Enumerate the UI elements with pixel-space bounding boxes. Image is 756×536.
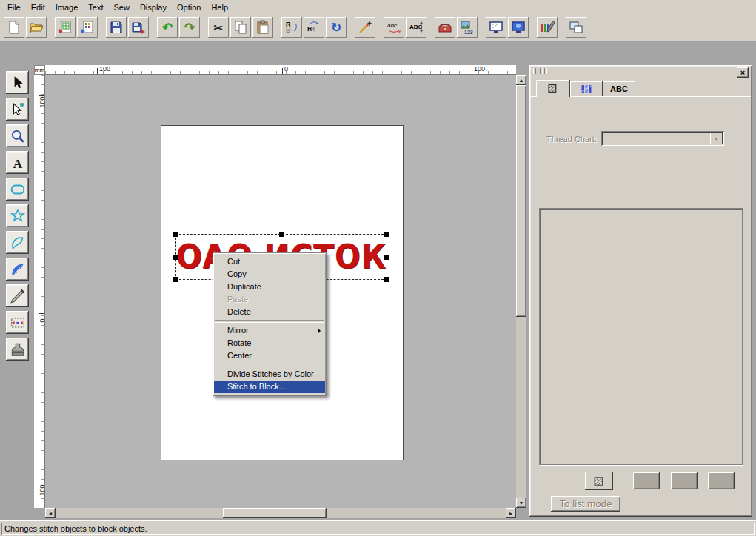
new-document-button[interactable]: [4, 17, 24, 38]
zoom-tool-button[interactable]: [6, 124, 29, 147]
stitch-preview-button[interactable]: [486, 17, 506, 38]
menu-sew[interactable]: Sew: [108, 1, 134, 13]
menu-text[interactable]: Text: [83, 1, 108, 13]
thread-needle-button[interactable]: [537, 17, 558, 38]
context-menu-item-cut[interactable]: Cut: [214, 255, 325, 268]
copy-button[interactable]: [230, 17, 251, 38]
text-attributes-button[interactable]: ABC: [406, 17, 426, 38]
save-to-card-button[interactable]: [128, 17, 149, 38]
select-tool-button[interactable]: [6, 71, 29, 94]
vertical-scrollbar[interactable]: ▲ ▼: [516, 75, 526, 508]
scroll-up-button[interactable]: ▲: [516, 75, 526, 85]
vertical-scroll-thumb[interactable]: [516, 85, 526, 317]
panel-drag-grip[interactable]: [533, 68, 551, 74]
context-menu-item-divide-stitches[interactable]: Divide Stitches by Color: [214, 368, 325, 381]
color-button-3[interactable]: [708, 472, 735, 489]
menu-image[interactable]: Image: [50, 1, 84, 13]
sewing-box-button[interactable]: [435, 17, 455, 38]
stamp-tool-button[interactable]: [6, 338, 29, 361]
selection-handle[interactable]: [279, 232, 284, 237]
thread-chart-dropdown[interactable]: ▼: [601, 131, 724, 146]
to-list-mode-button[interactable]: To list mode: [551, 496, 620, 512]
selection-handle[interactable]: [173, 255, 178, 260]
text-tool-button[interactable]: A: [6, 151, 29, 174]
menu-item-label: Duplicate: [227, 282, 261, 291]
svg-text:R: R: [310, 25, 315, 33]
tab-sewing-attributes[interactable]: [536, 80, 570, 97]
scroll-left-button[interactable]: ◄: [45, 508, 56, 518]
close-icon: ×: [740, 68, 745, 77]
scroll-right-button[interactable]: ►: [506, 508, 516, 518]
selection-handle[interactable]: [173, 232, 178, 237]
context-menu-item-paste[interactable]: Paste: [214, 293, 325, 306]
submenu-arrow-icon: [318, 328, 321, 334]
select-arrow-icon: [10, 75, 26, 91]
rotate-button[interactable]: ↻: [326, 17, 347, 38]
ruler-unit-box: mm: [34, 65, 45, 75]
menu-item-label: Divide Stitches by Color: [227, 369, 314, 378]
fit-text-to-path-button[interactable]: abc: [384, 17, 404, 38]
menu-item-label: Copy: [227, 269, 247, 278]
svg-text:123: 123: [464, 30, 473, 35]
scissors-icon: ✂: [214, 22, 224, 33]
context-menu-item-delete[interactable]: Delete: [214, 306, 325, 318]
horizontal-scrollbar[interactable]: ◄ ►: [45, 508, 516, 518]
context-menu-item-copy[interactable]: Copy: [214, 268, 325, 281]
sewing-attributes-icon: [547, 84, 559, 93]
arc-fill-tool-button[interactable]: [6, 258, 29, 281]
menu-item-label: Mirror: [227, 326, 249, 335]
import-design-icon: [58, 20, 73, 35]
screen-layout-button[interactable]: [566, 17, 586, 38]
star-shape-tool-button[interactable]: [6, 204, 29, 227]
outline-shape-tool-button[interactable]: [6, 178, 29, 201]
panel-close-button[interactable]: ×: [737, 67, 749, 78]
manual-punch-tool-button[interactable]: [6, 284, 29, 307]
color-button-2[interactable]: [671, 472, 698, 489]
context-menu-item-duplicate[interactable]: Duplicate: [214, 281, 325, 293]
frame-display-button[interactable]: [585, 472, 613, 490]
selection-handle[interactable]: [384, 277, 389, 282]
curve-shape-tool-button[interactable]: [6, 231, 29, 254]
paste-button[interactable]: [252, 17, 273, 38]
save-button[interactable]: [106, 17, 127, 38]
horizontal-scroll-thumb[interactable]: [223, 508, 327, 518]
svg-text:A: A: [13, 155, 22, 170]
design-property-button[interactable]: 123: [457, 17, 478, 38]
selection-handle[interactable]: [173, 277, 178, 282]
context-menu-item-center[interactable]: Center: [214, 349, 325, 362]
menu-file[interactable]: File: [2, 1, 26, 13]
selection-handle[interactable]: [384, 255, 389, 260]
copy-icon: [233, 20, 248, 35]
menu-edit[interactable]: Edit: [26, 1, 50, 13]
flip-vertical-button[interactable]: RR: [281, 17, 302, 38]
thread-list-area[interactable]: [539, 208, 743, 465]
import-from-card-button[interactable]: [77, 17, 98, 38]
selection-handle[interactable]: [384, 232, 389, 237]
magic-wand-button[interactable]: [355, 17, 375, 38]
frame-icon: [593, 476, 606, 486]
rounded-rect-icon: [10, 181, 26, 198]
measure-tool-button[interactable]: [6, 311, 29, 334]
svg-text:R: R: [286, 27, 291, 34]
redo-button[interactable]: ↷: [179, 17, 200, 38]
undo-button[interactable]: ↶: [157, 17, 178, 38]
tab-abc[interactable]: ABC: [603, 81, 635, 96]
menu-item-label: Paste: [227, 295, 248, 304]
context-menu-item-stitch-to-block[interactable]: Stitch to Block...: [214, 381, 325, 393]
tab-thread-colors[interactable]: [570, 81, 603, 96]
open-button[interactable]: [26, 17, 47, 38]
context-menu-separator: [215, 364, 324, 366]
magnifier-icon: [10, 128, 26, 144]
context-menu-item-mirror[interactable]: Mirror: [214, 324, 325, 337]
menu-display[interactable]: Display: [135, 1, 172, 13]
menu-help[interactable]: Help: [206, 1, 233, 13]
realistic-preview-button[interactable]: [508, 17, 529, 38]
flip-horizontal-button[interactable]: RR: [304, 17, 324, 38]
import-design-button[interactable]: [55, 17, 76, 38]
scroll-down-button[interactable]: ▼: [516, 498, 526, 508]
cut-button[interactable]: ✂: [208, 17, 229, 38]
context-menu-item-rotate[interactable]: Rotate: [214, 337, 325, 349]
menu-option[interactable]: Option: [172, 1, 206, 13]
color-button-1[interactable]: [633, 472, 660, 489]
point-edit-tool-button[interactable]: [6, 98, 29, 121]
